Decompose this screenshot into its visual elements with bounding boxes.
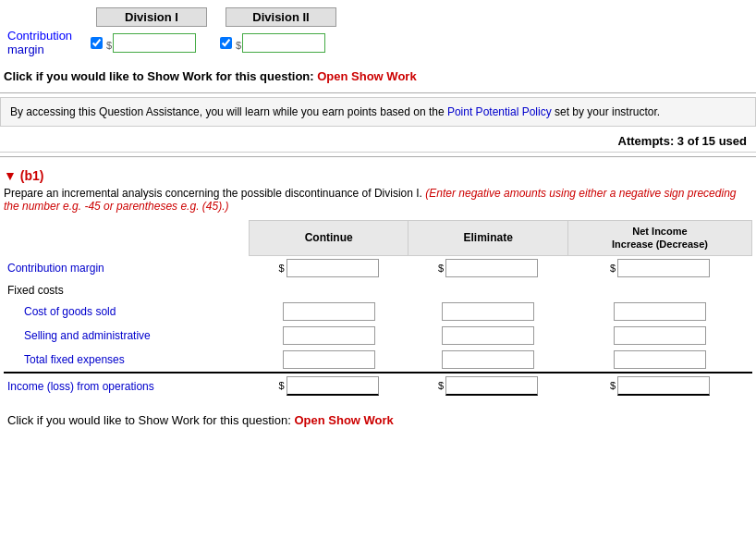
input-cm-eliminate[interactable]: [445, 259, 538, 277]
cell-cogs-net: [567, 300, 751, 324]
attempts-bar: Attempts: 3 of 15 used: [0, 130, 756, 153]
cell-tf-eliminate: [408, 348, 568, 373]
cell-fc-continue: [249, 280, 408, 300]
row-contribution-margin: Contribution margin $ $ $: [4, 255, 752, 280]
input-tf-net[interactable]: [614, 350, 706, 369]
cell-sa-continue: [249, 324, 408, 348]
input-cogs-continue[interactable]: [283, 302, 375, 321]
dollar-cm-cont: $: [279, 263, 285, 274]
bottom-show-work-bar: Click if you would like to Show Work for…: [4, 408, 752, 433]
input-sa-continue[interactable]: [283, 326, 375, 345]
header-net-income: Net IncomeIncrease (Decrease): [567, 221, 751, 256]
point-potential-link[interactable]: Point Potential Policy: [447, 105, 552, 118]
cell-fc-net: [567, 280, 751, 300]
margin-text: margin: [7, 43, 44, 56]
contribution-row: Contribution margin $ 69890 $ -14040: [7, 29, 752, 56]
top-section: Division I Division II Contribution marg…: [0, 0, 756, 64]
cell-tf-continue: [249, 348, 408, 373]
input-io-eliminate[interactable]: [445, 376, 538, 396]
cell-sa-eliminate: [408, 324, 568, 348]
cell-tf-net: [567, 348, 751, 373]
row-fixed-costs: Fixed costs: [4, 280, 752, 300]
division1-input-group: $ 69890: [91, 33, 211, 53]
input-io-net[interactable]: [617, 376, 710, 396]
input-tf-eliminate[interactable]: [442, 350, 534, 369]
attempts-label: Attempts: 3 of 15 used: [618, 134, 747, 148]
dollar-io-elim: $: [438, 380, 444, 391]
division1-header: Division I: [96, 7, 207, 27]
cell-io-eliminate: $: [408, 373, 568, 398]
info-bar: By accessing this Question Assistance, y…: [0, 97, 756, 127]
bottom-show-work-prefix: Click if you would like to Show Work for…: [7, 413, 291, 427]
table-header: Continue Eliminate Net IncomeIncrease (D…: [4, 221, 752, 256]
label-contribution-margin: Contribution margin: [4, 255, 249, 280]
input-tf-continue[interactable]: [283, 350, 375, 369]
cell-cm-net: $: [567, 255, 751, 280]
input-sa-net[interactable]: [614, 326, 706, 345]
division1-dollar: $: [106, 40, 112, 51]
section-b-desc: Prepare an incremental analysis concerni…: [4, 187, 752, 213]
header-continue: Continue: [249, 221, 408, 256]
division2-dollar: $: [236, 40, 241, 51]
input-cogs-net[interactable]: [614, 302, 706, 321]
row-income-ops: Income (loss) from operations $ $: [4, 373, 752, 398]
desc-text: Prepare an incremental analysis concerni…: [4, 187, 425, 200]
label-income-ops: Income (loss) from operations: [4, 373, 249, 398]
info-text-2: set by your instructor.: [552, 105, 660, 118]
dollar-io-cont: $: [279, 380, 285, 391]
label-fixed-costs: Fixed costs: [4, 280, 249, 300]
cell-cogs-eliminate: [408, 300, 568, 324]
dollar-cm-net: $: [610, 263, 616, 274]
contribution-margin-label: Contribution margin: [7, 29, 91, 56]
divider1: [0, 92, 756, 93]
label-total-fixed: Total fixed expenses: [4, 348, 249, 373]
dollar-cm-elim: $: [438, 263, 444, 274]
input-cm-continue[interactable]: [287, 259, 379, 277]
top-show-work-prefix: Click if you would like to Show Work for…: [4, 69, 314, 83]
top-show-work-bar: Click if you would like to Show Work for…: [0, 64, 756, 89]
division2-header: Division II: [226, 7, 336, 27]
input-cogs-eliminate[interactable]: [442, 302, 534, 321]
label-selling-admin: Selling and administrative: [4, 324, 249, 348]
cell-io-net: $: [567, 373, 751, 398]
section-b-title: ▼ (b1): [4, 168, 752, 183]
row-selling-admin: Selling and administrative: [4, 324, 752, 348]
header-eliminate: Eliminate: [408, 221, 568, 256]
cell-fc-eliminate: [408, 280, 568, 300]
division2-input-group: $ -14040: [220, 33, 340, 53]
division2-input[interactable]: -14040: [242, 33, 325, 53]
cell-cm-eliminate: $: [408, 255, 568, 280]
divider2: [0, 156, 756, 157]
cell-sa-net: [567, 324, 751, 348]
cell-cm-continue: $: [249, 255, 408, 280]
bottom-show-work-link[interactable]: Open Show Work: [294, 413, 393, 427]
row-cogs: Cost of goods sold: [4, 300, 752, 324]
input-sa-eliminate[interactable]: [442, 326, 534, 345]
input-cm-net[interactable]: [617, 259, 710, 277]
top-show-work-link[interactable]: Open Show Work: [317, 69, 416, 83]
incremental-table: Continue Eliminate Net IncomeIncrease (D…: [4, 220, 752, 398]
division2-checkbox[interactable]: [220, 37, 232, 49]
contribution-text: Contribution: [7, 29, 72, 43]
division1-checkbox[interactable]: [91, 37, 103, 49]
cell-io-continue: $: [249, 373, 408, 398]
cell-cogs-continue: [249, 300, 408, 324]
header-label-cell: [4, 221, 249, 256]
section-b: ▼ (b1) Prepare an incremental analysis c…: [0, 161, 756, 440]
division1-input[interactable]: 69890: [113, 33, 196, 53]
row-total-fixed: Total fixed expenses: [4, 348, 752, 373]
input-io-continue[interactable]: [287, 376, 379, 396]
dollar-io-net: $: [610, 380, 616, 391]
info-text-1: By accessing this Question Assistance, y…: [10, 105, 447, 118]
label-cogs: Cost of goods sold: [4, 300, 249, 324]
